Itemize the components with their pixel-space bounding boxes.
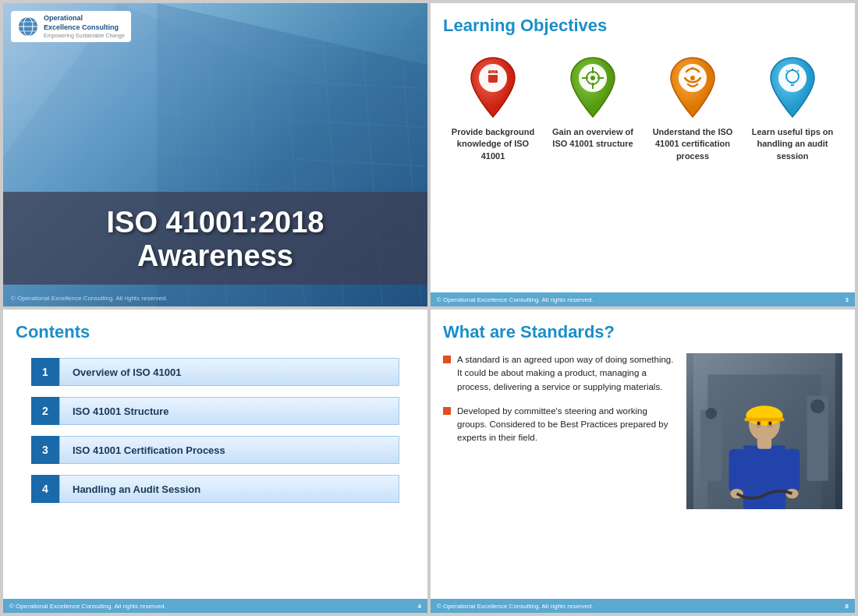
content-num-3: 3 — [31, 436, 59, 464]
content-num-1: 1 — [31, 358, 59, 386]
content-label-3: ISO 41001 Certification Process — [59, 436, 399, 464]
slide2-footer: © Operational Excellence Consulting. All… — [431, 292, 855, 306]
svg-line-43 — [798, 70, 800, 72]
svg-point-49 — [810, 399, 824, 413]
worker-image — [686, 353, 842, 509]
svg-rect-55 — [745, 418, 785, 422]
svg-point-37 — [778, 64, 807, 92]
bullet-2: Developed by committee's steering and wo… — [443, 405, 675, 445]
slide-title-line2: Awareness — [19, 239, 412, 274]
objective-1-text: Provide background knowledge of ISO 4100… — [449, 126, 537, 162]
svg-point-58 — [757, 422, 760, 426]
objective-1: Provide background knowledge of ISO 4100… — [449, 56, 537, 162]
slide3-copyright: © Operational Excellence Consulting. All… — [9, 603, 166, 610]
objective-2-text: Gain an overview of ISO 41001 structure — [549, 126, 637, 150]
svg-line-42 — [786, 70, 788, 72]
content-label-2: ISO 41001 Structure — [59, 397, 399, 425]
content-item-2: 2 ISO 41001 Structure — [31, 397, 399, 425]
objective-4: Learn useful tips on handling an audit s… — [749, 56, 837, 162]
slide-3-contents: Contents 1 Overview of ISO 41001 2 ISO 4… — [3, 310, 427, 613]
bullet-text-1: A standard is an agreed upon way of doin… — [457, 353, 675, 394]
content-item-4: 4 Handling an Audit Session — [31, 475, 399, 503]
svg-rect-46 — [700, 410, 722, 481]
slide3-page-num: 4 — [418, 603, 421, 610]
worker-svg — [686, 353, 842, 509]
slide4-page-num: 8 — [846, 603, 849, 610]
content-label-4: Handling an Audit Session — [59, 475, 399, 503]
content-item-3: 3 ISO 41001 Certification Process — [31, 436, 399, 464]
svg-point-48 — [706, 408, 718, 420]
slide4-footer: © Operational Excellence Consulting. All… — [431, 599, 855, 613]
bullet-text-2: Developed by committee's steering and wo… — [457, 405, 675, 445]
svg-point-35 — [690, 76, 695, 80]
objectives-row: Provide background knowledge of ISO 4100… — [443, 48, 842, 294]
objectives-title: Learning Objectives — [443, 16, 842, 36]
contents-title: Contents — [16, 322, 415, 342]
bullet-marker-2 — [443, 407, 451, 415]
svg-rect-25 — [488, 73, 498, 75]
logo-area: Operational Excellence Consulting Empowe… — [11, 11, 131, 42]
standards-title: What are Standards? — [443, 322, 842, 342]
objective-4-text: Learn useful tips on handling an audit s… — [749, 126, 837, 162]
slide2-page-num: 3 — [846, 296, 849, 303]
logo-text: Operational Excellence Consulting Empowe… — [44, 14, 125, 39]
slide-title-line1: ISO 41001:2018 — [19, 206, 412, 240]
objective-2: Gain an overview of ISO 41001 structure — [549, 56, 637, 150]
slide-1-title: Operational Excellence Consulting Empowe… — [3, 3, 427, 306]
standards-content: A standard is an agreed upon way of doin… — [443, 353, 842, 600]
slide2-copyright: © Operational Excellence Consulting. All… — [437, 296, 594, 303]
slide-4-standards: What are Standards? A standard is an agr… — [431, 310, 855, 613]
contents-list: 1 Overview of ISO 41001 2 ISO 41001 Stru… — [16, 358, 415, 503]
svg-rect-26 — [491, 70, 495, 73]
bullet-marker-1 — [443, 356, 451, 363]
svg-point-59 — [768, 422, 771, 426]
slide4-copyright: © Operational Excellence Consulting. All… — [437, 603, 594, 610]
svg-rect-50 — [743, 445, 786, 509]
bullet-1: A standard is an agreed upon way of doin… — [443, 353, 675, 394]
slide-2-objectives: Learning Objectives — [431, 3, 855, 306]
content-label-1: Overview of ISO 41001 — [59, 358, 399, 386]
objective-3: Understand the ISO 41001 certification p… — [649, 56, 737, 162]
pin-icon-1 — [468, 56, 518, 119]
content-num-4: 4 — [31, 475, 59, 503]
content-num-2: 2 — [31, 397, 59, 425]
title-box: ISO 41001:2018 Awareness — [3, 192, 427, 285]
svg-rect-60 — [729, 449, 745, 492]
svg-rect-61 — [784, 449, 800, 492]
pin-icon-3 — [668, 56, 718, 119]
pin-icon-2 — [568, 56, 618, 119]
slide3-footer: © Operational Excellence Consulting. All… — [3, 599, 427, 613]
pin-icon-4 — [768, 56, 817, 119]
objective-3-text: Understand the ISO 41001 certification p… — [649, 126, 737, 162]
slide1-copyright: © Operational Excellence Consulting. All… — [11, 295, 168, 302]
globe-icon — [17, 16, 39, 37]
standards-text: A standard is an agreed upon way of doin… — [443, 353, 675, 600]
content-item-1: 1 Overview of ISO 41001 — [31, 358, 399, 386]
svg-point-33 — [590, 76, 595, 80]
